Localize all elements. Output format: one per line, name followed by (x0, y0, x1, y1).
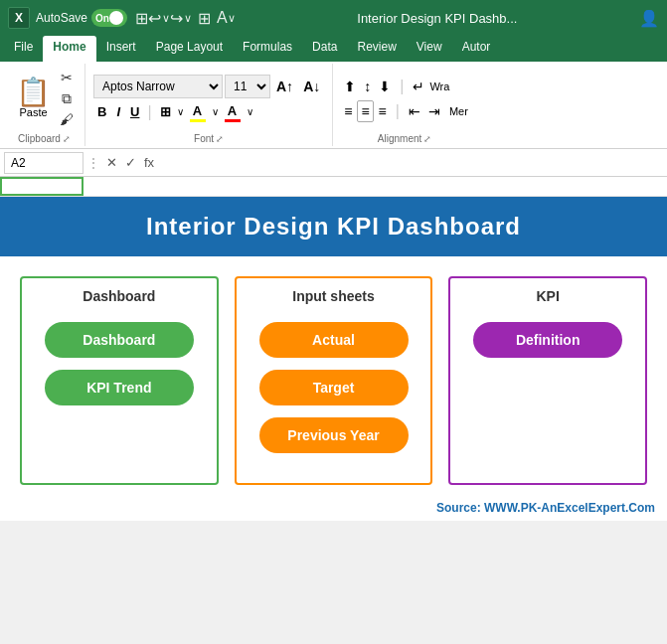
clipboard-dialog-icon[interactable]: ⤢ (63, 134, 71, 144)
tab-view[interactable]: View (407, 36, 452, 62)
dashboard-nav-section: Dashboard Dashboard KPI Trend (20, 276, 219, 485)
format-painter-button[interactable]: 🖌 (57, 109, 77, 129)
autosave-label: AutoSave (36, 11, 87, 25)
window-title: Interior Design KPI Dashb... (236, 11, 639, 26)
align-center-button[interactable]: ≡ (357, 100, 373, 122)
toolbar-icon-font-color[interactable]: A (217, 9, 228, 27)
wrap-text-button[interactable]: ↵ (410, 76, 427, 97)
font-label: Font ⤢ (194, 133, 224, 144)
toggle-on-text: On (95, 13, 109, 24)
paste-button[interactable]: 📋 Paste (12, 77, 55, 120)
align-row-2: ≡ ≡ ≡ | ⇤ ⇥ Mer (341, 100, 468, 122)
align-bottom-button[interactable]: ⬇ (376, 76, 394, 97)
merge-label: Mer (449, 105, 468, 117)
tab-file[interactable]: File (4, 36, 43, 62)
copy-button[interactable]: ⧉ (57, 88, 77, 108)
ribbon-tabs: File Home Insert Page Layout Formulas Da… (0, 36, 667, 62)
border-button[interactable]: ⊞ (156, 101, 175, 123)
toolbar-icon-grid[interactable]: ⊞ (135, 9, 148, 28)
alignment-group: ⬆ ↕ ⬇ | ↵ Wra ≡ ≡ ≡ | ⇤ ⇥ Mer Alignment … (333, 64, 476, 146)
tab-formulas[interactable]: Formulas (233, 36, 302, 62)
dashboard-title: Interior Design KPI Dashboard (146, 213, 521, 240)
dashboard-section-title: Dashboard (83, 288, 155, 304)
formula-input[interactable] (161, 154, 663, 172)
toggle-knob (109, 11, 123, 25)
highlight-color-button[interactable]: A (186, 101, 210, 123)
align-top-button[interactable]: ⬆ (341, 76, 359, 97)
formula-icons: ✕ ✓ fx (103, 155, 157, 170)
tab-automate[interactable]: Autor (452, 36, 501, 62)
toolbar-icon-redo-arrow[interactable]: ∨ (184, 12, 192, 25)
toolbar-icon-redo[interactable]: ↪ (170, 9, 183, 28)
tab-data[interactable]: Data (302, 36, 347, 62)
toolbar-icon-undo-arrow[interactable]: ∨ (162, 12, 170, 25)
highlight-arrow[interactable]: ∨ (212, 106, 219, 117)
target-button[interactable]: Target (259, 370, 409, 405)
insert-function-icon[interactable]: fx (141, 155, 157, 170)
font-color-button[interactable]: A (221, 101, 245, 123)
actual-button[interactable]: Actual (259, 322, 409, 358)
bold-button[interactable]: B (93, 101, 110, 123)
ribbon: 📋 Paste ✂ ⧉ 🖌 Clipboard ⤢ Aptos Narrow 1… (0, 62, 667, 149)
autosave-toggle[interactable]: On (91, 9, 127, 27)
font-size-select[interactable]: 11 (225, 75, 270, 98)
paste-icon: 📋 (16, 79, 51, 106)
user-icon[interactable]: 👤 (639, 9, 659, 28)
font-group: Aptos Narrow 11 A↑ A↓ B I U | ⊞ ∨ A ∨ (85, 64, 333, 146)
alignment-dialog-icon[interactable]: ⤢ (423, 134, 431, 144)
kpi-trend-button[interactable]: KPI Trend (45, 370, 194, 405)
dashboard-button[interactable]: Dashboard (45, 322, 194, 358)
clipboard-group: 📋 Paste ✂ ⧉ 🖌 Clipboard ⤢ (4, 64, 85, 146)
toolbar-icon-undo[interactable]: ↩ (148, 9, 161, 28)
clipboard-label: Clipboard ⤢ (18, 133, 71, 144)
paste-label: Paste (19, 106, 47, 118)
align-middle-button[interactable]: ↕ (361, 76, 374, 97)
tab-page-layout[interactable]: Page Layout (146, 36, 233, 62)
toolbar-icon-insert-table[interactable]: ⊞ (198, 9, 211, 28)
definition-button[interactable]: Definition (473, 322, 622, 358)
cancel-formula-icon[interactable]: ✕ (103, 155, 120, 170)
sheet-area: Interior Design KPI Dashboard Dashboard … (0, 177, 667, 521)
font-color-arrow[interactable]: ∨ (247, 106, 253, 117)
excel-icon: X (8, 7, 30, 29)
align-left-button[interactable]: ≡ (341, 100, 355, 122)
align-right-button[interactable]: ≡ (376, 100, 390, 122)
formula-bar-separator[interactable]: ⋮ (87, 156, 99, 170)
separator: | (147, 103, 151, 121)
tab-review[interactable]: Review (347, 36, 406, 62)
font-family-select[interactable]: Aptos Narrow (93, 75, 223, 98)
font-row-1: Aptos Narrow 11 A↑ A↓ (93, 75, 324, 98)
decrease-font-size-button[interactable]: A↓ (299, 76, 324, 97)
title-bar: X AutoSave On ⊞ ↩ ∨ ↪ ∨ ⊞ A ∨ Interior D… (0, 0, 667, 36)
border-arrow[interactable]: ∨ (177, 106, 184, 117)
dashboard-header: Interior Design KPI Dashboard (0, 197, 667, 256)
kpi-section: KPI Definition (448, 276, 647, 485)
decrease-indent-button[interactable]: ⇤ (406, 100, 423, 122)
highlight-color-bar (190, 119, 206, 122)
input-sheets-section: Input sheets Actual Target Previous Year (235, 276, 433, 485)
toolbar-icon-font-color-arrow[interactable]: ∨ (228, 12, 236, 25)
row-indicator (0, 177, 667, 197)
underline-button[interactable]: U (126, 101, 143, 123)
cut-button[interactable]: ✂ (57, 68, 77, 87)
dashboard-content: Dashboard Dashboard KPI Trend Input shee… (0, 256, 667, 495)
kpi-section-title: KPI (537, 288, 560, 304)
increase-font-size-button[interactable]: A↑ (272, 76, 297, 97)
increase-indent-button[interactable]: ⇥ (425, 100, 443, 122)
previous-year-button[interactable]: Previous Year (259, 417, 409, 453)
input-sheets-title: Input sheets (292, 288, 374, 304)
alignment-label: Alignment ⤢ (378, 133, 431, 144)
source-text: Source: WWW.PK-AnExcelExpert.Com (436, 501, 655, 515)
italic-button[interactable]: I (112, 101, 124, 123)
cell-reference[interactable]: A2 (4, 152, 83, 174)
font-color-bar (225, 119, 241, 122)
clipboard-content: 📋 Paste ✂ ⧉ 🖌 (12, 66, 77, 131)
confirm-formula-icon[interactable]: ✓ (122, 155, 139, 170)
font-dialog-icon[interactable]: ⤢ (216, 134, 224, 144)
formula-bar: A2 ⋮ ✕ ✓ fx (0, 149, 667, 177)
tab-insert[interactable]: Insert (96, 36, 146, 62)
tab-home[interactable]: Home (43, 36, 95, 62)
font-row-2: B I U | ⊞ ∨ A ∨ A ∨ (93, 101, 324, 123)
selected-cell-border (0, 177, 83, 196)
align-row-1: ⬆ ↕ ⬇ | ↵ Wra (341, 76, 468, 97)
